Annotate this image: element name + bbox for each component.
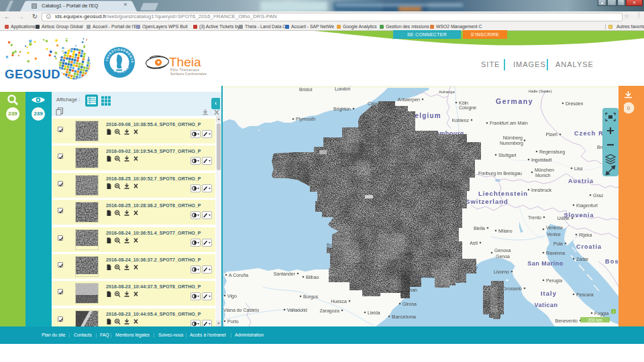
svg-text:Dresden: Dresden: [566, 101, 584, 106]
svg-text:Stuttgart: Stuttgart: [498, 153, 517, 158]
svg-text:Genova: Genova: [494, 248, 511, 253]
svg-text:Plymouth: Plymouth: [296, 117, 315, 122]
svg-text:Plzeň: Plzeň: [545, 132, 557, 137]
svg-text:Venice: Venice: [547, 232, 561, 237]
svg-text:Graz: Graz: [593, 193, 604, 198]
svg-text:Genoa: Genoa: [496, 254, 510, 259]
svg-text:Santander: Santander: [274, 272, 296, 276]
svg-text:Girona: Girona: [402, 302, 417, 306]
svg-text:London: London: [335, 86, 350, 91]
svg-text:Cologne: Cologne: [459, 105, 476, 111]
svg-text:Huesca: Huesca: [331, 299, 347, 304]
svg-text:Foggia: Foggia: [594, 311, 609, 316]
svg-text:Croatia: Croatia: [576, 243, 602, 250]
svg-text:Austria: Austria: [568, 178, 594, 184]
svg-text:München: München: [535, 168, 554, 172]
svg-text:Pescara: Pescara: [576, 292, 594, 297]
svg-text:Regensburg: Regensburg: [539, 149, 565, 155]
svg-text:Linz: Linz: [574, 166, 583, 171]
svg-text:Switzerland: Switzerland: [466, 198, 508, 205]
svg-text:Italy: Italy: [541, 290, 557, 297]
svg-text:Surfaces Continentales: Surfaces Continentales: [170, 72, 207, 76]
svg-text:i: i: [613, 310, 614, 314]
svg-text:Benevento: Benevento: [555, 318, 578, 323]
svg-text:Nürnberg: Nürnberg: [503, 135, 523, 141]
svg-text:Antwerpen: Antwerpen: [398, 97, 421, 103]
svg-text:Porto: Porto: [227, 319, 239, 324]
svg-text:Grosseto: Grosseto: [503, 286, 523, 291]
svg-text:Barcelona: Barcelona: [392, 314, 417, 320]
svg-text:Ravenna: Ravenna: [546, 251, 565, 255]
svg-text:Ingolstadt: Ingolstadt: [531, 158, 551, 163]
svg-text:Milano: Milano: [498, 229, 513, 233]
svg-text:0: 0: [627, 106, 630, 111]
svg-text:Biella: Biella: [474, 226, 485, 231]
svg-text:Koblenz: Koblenz: [452, 118, 470, 123]
svg-text:Halle (Saale): Halle (Saale): [529, 89, 552, 93]
svg-text:Viana do Castelo: Viana do Castelo: [223, 308, 259, 312]
svg-text:Trento: Trento: [528, 215, 541, 220]
svg-text:Bristol: Bristol: [299, 87, 313, 92]
svg-text:Germany: Germany: [496, 97, 533, 105]
svg-text:A Coruña: A Coruña: [229, 273, 248, 278]
svg-text:200 km: 200 km: [588, 318, 602, 322]
svg-text:Bosnia: Bosnia: [605, 258, 619, 265]
svg-text:Nuremberg: Nuremberg: [500, 141, 523, 146]
svg-text:San Marino: San Marino: [527, 260, 564, 267]
svg-text:Bilbao: Bilbao: [306, 275, 319, 280]
svg-text:Klagenfurt: Klagenfurt: [576, 203, 598, 208]
svg-text:Vigo: Vigo: [227, 294, 237, 299]
svg-text:Lleida: Lleida: [368, 310, 380, 315]
svg-text:Theia: Theia: [169, 55, 201, 69]
svg-text:Aubange: Aubange: [439, 90, 455, 94]
svg-text:Köln: Köln: [459, 101, 468, 105]
svg-text:Freiburg im Breisgau: Freiburg im Breisgau: [478, 171, 522, 176]
svg-text:Venezia: Venezia: [546, 225, 563, 230]
svg-text:Liechtenstein: Liechtenstein: [478, 190, 528, 197]
svg-text:Marseille: Marseille: [416, 274, 435, 279]
svg-text:Valladolid: Valladolid: [287, 308, 307, 312]
svg-text:Asti: Asti: [470, 241, 478, 245]
svg-text:Pula: Pula: [553, 241, 563, 246]
svg-text:Frankfurt am Main: Frankfurt am Main: [490, 121, 528, 125]
svg-text:Innsbruck: Innsbruck: [531, 188, 552, 192]
svg-text:Burgos: Burgos: [303, 294, 319, 300]
svg-text:Vatican: Vatican: [534, 302, 557, 308]
svg-text:Brighton: Brighton: [333, 107, 351, 112]
svg-text:Munich: Munich: [535, 173, 551, 178]
svg-text:Slovenia: Slovenia: [564, 212, 594, 219]
svg-text:Zadar: Zadar: [576, 257, 589, 261]
svg-text:Livorno: Livorno: [494, 269, 509, 274]
svg-text:Perugia: Perugia: [546, 278, 562, 284]
svg-text:Zaragoza: Zaragoza: [319, 308, 339, 314]
svg-text:Rijeka: Rijeka: [579, 233, 592, 238]
svg-text:Pôle Thématique: Pôle Thématique: [170, 68, 200, 72]
